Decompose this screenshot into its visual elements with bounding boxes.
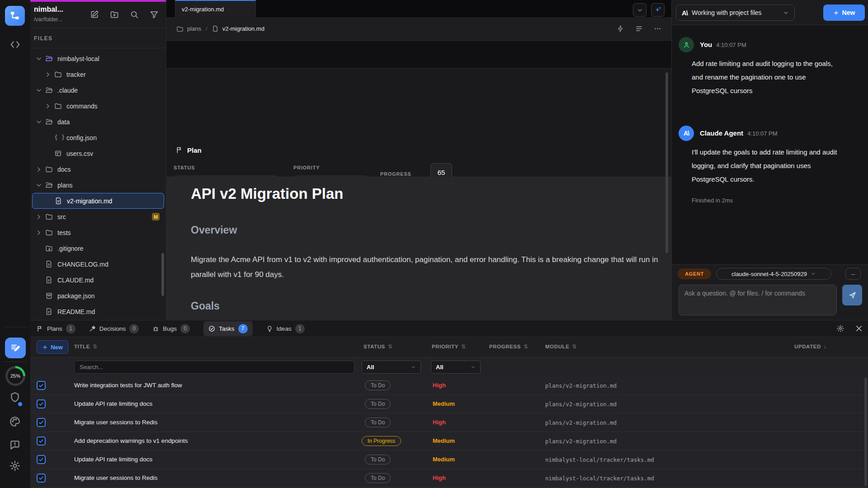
breadcrumb-folder[interactable]: plans <box>187 25 201 32</box>
tab-list-dropdown-button[interactable] <box>633 3 646 17</box>
table-file-icon <box>54 150 62 157</box>
tab-ideas[interactable]: Ideas 1 <box>266 324 305 333</box>
column-title[interactable]: TITLE⇅ <box>74 343 98 350</box>
new-task-button[interactable]: New <box>37 340 68 354</box>
sidebar-scrollbar[interactable] <box>161 253 164 296</box>
module-path: nimbalyst-local/tracker/tasks.md <box>545 456 654 463</box>
tree-item-file[interactable]: package.json <box>30 288 166 304</box>
table-row[interactable]: Migrate user sessions to Redis To Do Hig… <box>30 469 868 488</box>
tree-item-file-selected[interactable]: v2-migration.md <box>32 193 164 209</box>
table-row[interactable]: Write integration tests for JWT auth flo… <box>30 376 868 395</box>
filter-icon[interactable] <box>150 10 159 19</box>
tab-plans[interactable]: Plans 1 <box>37 324 75 333</box>
tree-item-file[interactable]: users.csv <box>30 145 166 161</box>
new-folder-icon[interactable] <box>110 10 119 19</box>
model-selector[interactable]: claude-sonnet-4-5-20250929 <box>716 268 831 280</box>
tree-item-file[interactable]: { } config.json <box>30 130 166 145</box>
tree-item-file[interactable]: README.md <box>30 304 166 319</box>
doc-paragraph: Migrate the Acme API from v1 to v2 with … <box>191 252 661 282</box>
tab-tasks[interactable]: Tasks 7 <box>203 321 253 336</box>
row-checkbox-checked[interactable] <box>37 474 46 483</box>
table-filter-row: All All <box>30 357 868 376</box>
tree-item-folder[interactable]: data <box>30 114 166 130</box>
session-selector-button[interactable]: A\ Working with project files <box>676 5 795 21</box>
flag-icon <box>37 325 43 332</box>
column-progress[interactable]: PROGRESS⇅ <box>489 343 528 350</box>
send-button[interactable] <box>842 285 862 305</box>
priority-value: Medium <box>433 437 455 444</box>
row-checkbox-checked[interactable] <box>37 399 46 408</box>
column-priority[interactable]: PRIORITY⇅ <box>432 343 466 350</box>
feedback-message-icon[interactable] <box>9 439 21 451</box>
tree-item-folder[interactable]: nimbalyst-local <box>30 51 166 66</box>
app-logo-icon[interactable] <box>5 6 25 26</box>
progress-ring[interactable]: 25% <box>5 366 25 386</box>
tracker-scrollbar[interactable] <box>864 378 867 486</box>
file-explorer: nimbal... /var/folder... FILES nimbalyst… <box>30 0 166 320</box>
tree-item-folder[interactable]: plans <box>30 177 166 193</box>
code-view-icon[interactable] <box>9 39 21 50</box>
row-checkbox-checked[interactable] <box>37 381 46 390</box>
divider <box>30 48 166 48</box>
plus-icon <box>42 344 48 350</box>
sparkle-icon <box>654 6 661 14</box>
plan-metadata-panel: Plan STATUS In Development PRIORITY High… <box>166 69 671 177</box>
tree-item-file[interactable]: .gitignore <box>30 240 166 256</box>
agent-prompt-input[interactable] <box>679 285 837 315</box>
new-file-icon[interactable] <box>90 10 99 19</box>
shield-icon[interactable] <box>9 391 21 403</box>
table-row[interactable]: Update API rate limiting docs To Do Medi… <box>30 395 868 413</box>
new-chat-button[interactable]: New <box>823 5 865 21</box>
tree-item-folder[interactable]: docs <box>30 161 166 177</box>
user-message-text: Add rate limiting and audit logging to t… <box>692 57 839 98</box>
editor-scrollbar[interactable] <box>665 72 668 253</box>
row-checkbox-checked[interactable] <box>37 418 46 427</box>
doc-section-goals: Goals <box>191 300 220 312</box>
notes-tool-button[interactable] <box>5 338 26 358</box>
task-search-input[interactable] <box>74 361 354 374</box>
priority-filter-select[interactable]: All <box>431 361 481 374</box>
person-icon <box>683 41 690 49</box>
more-options-icon[interactable] <box>654 25 661 33</box>
search-icon[interactable] <box>130 10 139 19</box>
settings-gear-icon[interactable] <box>9 460 21 472</box>
tree-item-folder[interactable]: tests <box>30 225 166 240</box>
workspace-color-strip <box>30 0 166 2</box>
progress-label: PROGRESS <box>380 171 411 177</box>
editor-pane: v2-migration.md plans / v2-migration.md <box>166 0 671 320</box>
tab-decisions[interactable]: Decisions 0 <box>89 324 139 333</box>
tree-item-file[interactable]: CLAUDE.md <box>30 272 166 288</box>
tracker-close-icon[interactable] <box>855 324 863 333</box>
column-updated-sorted[interactable]: UPDATED↓ <box>794 343 827 350</box>
tree-item-folder[interactable]: tracker <box>30 66 166 82</box>
priority-value: Medium <box>433 400 455 407</box>
agent-more-button[interactable]: -- <box>845 268 861 280</box>
file-icon <box>212 25 219 32</box>
tracker-tabs: Plans 1 Decisions 0 Bugs 0 Tasks 7 Ideas <box>30 320 868 337</box>
tab-bugs[interactable]: Bugs 0 <box>152 324 190 333</box>
tab-v2-migration[interactable]: v2-migration.md <box>175 0 256 17</box>
tree-item-file[interactable]: CHANGELOG.md <box>30 256 166 272</box>
tracker-settings-icon[interactable] <box>836 324 844 333</box>
palette-icon[interactable] <box>9 416 21 427</box>
outline-list-icon[interactable] <box>635 25 643 33</box>
message-header: You4:10:07 PM <box>700 41 746 49</box>
column-module[interactable]: MODULE⇅ <box>545 343 577 350</box>
tree-item-folder[interactable]: src M <box>30 209 166 225</box>
row-checkbox-checked[interactable] <box>37 436 46 446</box>
tree-item-folder[interactable]: commands <box>30 98 166 114</box>
table-row[interactable]: Migrate user sessions to Redis To Do Hig… <box>30 413 868 432</box>
column-status[interactable]: STATUS⇅ <box>363 343 393 350</box>
table-row[interactable]: Add deprecation warnings to v1 endpoints… <box>30 432 868 450</box>
zap-icon[interactable] <box>617 25 624 33</box>
module-path: plans/v2-migration.md <box>545 401 617 408</box>
breadcrumb-file[interactable]: v2-migration.md <box>222 25 264 32</box>
status-filter-select[interactable]: All <box>362 361 421 374</box>
check-circle-icon <box>208 325 215 332</box>
table-row[interactable]: Update API rate limiting docs To Do Medi… <box>30 450 868 469</box>
markdown-file-icon <box>45 276 53 284</box>
row-checkbox-checked[interactable] <box>37 455 46 464</box>
new-ai-tab-button[interactable] <box>651 3 665 17</box>
tree-item-folder[interactable]: .claude <box>30 82 166 98</box>
status-badge: To Do <box>365 418 391 427</box>
